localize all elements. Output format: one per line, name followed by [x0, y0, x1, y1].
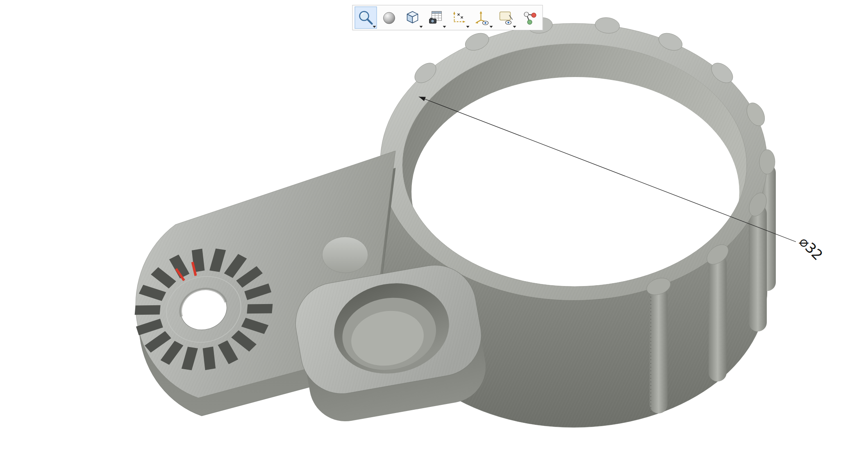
isometric-cube-icon [404, 9, 421, 26]
sketch-points-icon [451, 9, 468, 26]
shaded-sphere-icon [381, 9, 398, 26]
dimension-label[interactable]: ⌀32 [796, 233, 826, 263]
dropdown-arrow-icon [420, 26, 423, 28]
datum-plane-visibility-button[interactable] [495, 7, 517, 29]
view-toolbar [352, 5, 543, 30]
spreadsheet-camera-icon [428, 9, 444, 26]
3d-model-canvas[interactable]: ⌀32 [0, 0, 868, 461]
zoom-region-icon [358, 9, 374, 26]
arm-joint-bump [322, 237, 368, 273]
dropdown-arrow-icon [373, 26, 376, 28]
dropdown-arrow-icon [490, 26, 493, 28]
datum-plane-visibility-icon [498, 9, 514, 26]
dropdown-arrow-icon [513, 26, 516, 28]
sketch-points-button[interactable] [448, 7, 470, 29]
spreadsheet-camera-button[interactable] [425, 7, 447, 29]
shaded-sphere-button[interactable] [378, 7, 400, 29]
dependency-nodes-button[interactable] [518, 7, 541, 29]
axes-visibility-icon [475, 9, 491, 26]
dropdown-arrow-icon [466, 26, 470, 28]
zoom-region-button[interactable] [355, 7, 377, 29]
isometric-cube-button[interactable] [402, 7, 424, 29]
cad-viewport[interactable]: ⌀32 [0, 0, 868, 461]
axes-visibility-button[interactable] [472, 7, 494, 29]
dropdown-arrow-icon [443, 26, 446, 28]
dependency-nodes-icon [521, 9, 538, 26]
